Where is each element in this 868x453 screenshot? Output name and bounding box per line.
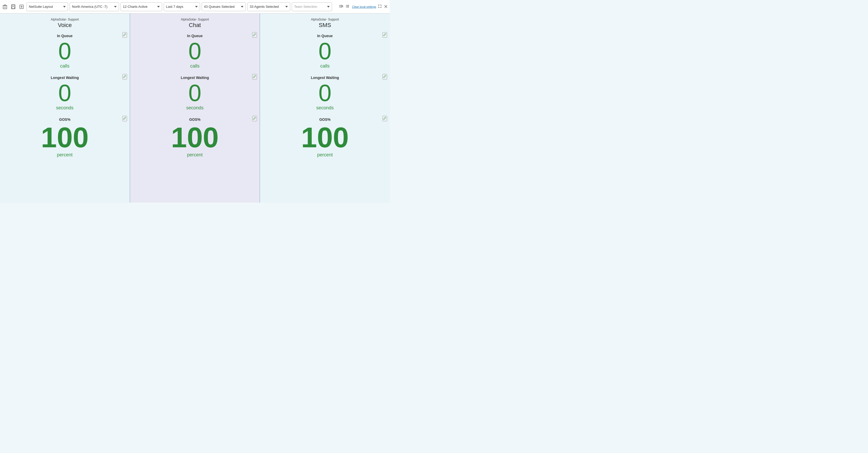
chat-gos-value: 100 (135, 123, 255, 152)
voice-inqueue-value: 0 (5, 39, 124, 63)
sms-subtitle: AlphaSolar- Support (260, 18, 390, 21)
sms-inqueue-edit[interactable] (382, 32, 387, 38)
chat-inqueue-unit: calls (135, 63, 255, 69)
sound-button[interactable] (339, 3, 344, 10)
save-button[interactable] (10, 3, 17, 10)
chat-panel-header: AlphaSolar- Support Chat (130, 15, 260, 30)
volume-button[interactable] (345, 3, 351, 10)
sms-inqueue-label: In Queue (265, 34, 384, 38)
sms-waiting-value: 0 (265, 81, 384, 105)
sms-panel: AlphaSolar- Support SMS In Queue 0 calls… (260, 13, 390, 203)
voice-panel-header: AlphaSolar- Support Voice (0, 15, 130, 30)
sms-gos-value: 100 (265, 123, 384, 152)
voice-inqueue-edit[interactable] (122, 32, 127, 38)
voice-panel: AlphaSolar- Support Voice In Queue 0 cal… (0, 13, 130, 203)
voice-inqueue-block: In Queue 0 calls (0, 30, 130, 71)
svg-rect-0 (3, 5, 7, 9)
voice-inqueue-unit: calls (5, 63, 124, 69)
chat-inqueue-block: In Queue 0 calls (130, 30, 260, 71)
expand-button[interactable] (377, 4, 382, 10)
toolbar: NetSuite Layout Default Layout Custom La… (0, 0, 390, 13)
chat-subtitle: AlphaSolar- Support (130, 18, 260, 21)
chat-waiting-block: Longest Waiting 0 seconds (130, 71, 260, 113)
sms-inqueue-unit: calls (265, 63, 384, 69)
svg-rect-10 (340, 5, 341, 7)
chat-panel: AlphaSolar- Support Chat In Queue 0 call… (130, 13, 260, 203)
sms-gos-unit: percent (265, 152, 384, 158)
chat-title: Chat (130, 22, 260, 29)
chat-inqueue-label: In Queue (135, 34, 255, 38)
voice-gos-value: 100 (5, 123, 124, 152)
sms-gos-block: GOS% 100 percent (260, 113, 390, 160)
chat-waiting-unit: seconds (135, 105, 255, 111)
voice-gos-block: GOS% 100 percent (0, 113, 130, 160)
chat-gos-label: GOS% (135, 118, 255, 122)
chart-area: AlphaSolar- Support Voice In Queue 0 cal… (0, 13, 390, 203)
voice-title: Voice (0, 22, 130, 29)
sms-waiting-block: Longest Waiting 0 seconds (260, 71, 390, 113)
sms-gos-label: GOS% (265, 118, 384, 122)
close-button[interactable] (383, 4, 388, 10)
voice-waiting-label: Longest Waiting (5, 75, 124, 80)
sms-waiting-unit: seconds (265, 105, 384, 111)
add-button[interactable] (18, 4, 25, 10)
timezone-select[interactable]: North America (UTC -7) UTC Europe (UTC +… (70, 2, 119, 11)
charts-select[interactable]: 12 Charts Active 6 Charts Active All Cha… (121, 2, 162, 11)
toolbar-right: Clear local settings (339, 3, 388, 10)
clear-local-button[interactable]: Clear local settings (352, 5, 376, 8)
voice-waiting-unit: seconds (5, 105, 124, 111)
voice-waiting-edit[interactable] (122, 74, 127, 79)
voice-waiting-block: Longest Waiting 0 seconds (0, 71, 130, 113)
svg-rect-6 (12, 7, 14, 8)
chat-inqueue-value: 0 (135, 39, 255, 63)
chat-gos-unit: percent (135, 152, 255, 158)
layout-select[interactable]: NetSuite Layout Default Layout Custom La… (27, 2, 68, 11)
svg-rect-13 (346, 5, 348, 7)
sms-title: SMS (260, 22, 390, 29)
chat-gos-block: GOS% 100 percent (130, 113, 260, 160)
chat-waiting-value: 0 (135, 81, 255, 105)
chat-gos-edit[interactable] (252, 116, 257, 121)
voice-subtitle: AlphaSolar- Support (0, 18, 130, 21)
sms-panel-header: AlphaSolar- Support SMS (260, 15, 390, 30)
sms-waiting-edit[interactable] (382, 74, 387, 79)
agents-select[interactable]: 33 Agents Selected All Agents None (247, 2, 290, 11)
voice-gos-label: GOS% (5, 118, 124, 122)
sms-inqueue-value: 0 (265, 39, 384, 63)
delete-button[interactable] (2, 3, 8, 10)
chat-inqueue-edit[interactable] (252, 32, 257, 38)
queues-select[interactable]: 43 Queues Selected All Queues None (202, 2, 246, 11)
team-select[interactable]: Team Selection Team A Team B (292, 2, 332, 11)
voice-gos-unit: percent (5, 152, 124, 158)
daterange-select[interactable]: Last 7 days Last 30 days Today (164, 2, 200, 11)
sms-waiting-label: Longest Waiting (265, 75, 384, 80)
chat-waiting-label: Longest Waiting (135, 75, 255, 80)
sms-gos-edit[interactable] (382, 116, 387, 121)
voice-gos-edit[interactable] (122, 116, 127, 121)
chat-waiting-edit[interactable] (252, 74, 257, 79)
voice-waiting-value: 0 (5, 81, 124, 105)
voice-inqueue-label: In Queue (5, 34, 124, 38)
sms-inqueue-block: In Queue 0 calls (260, 30, 390, 71)
